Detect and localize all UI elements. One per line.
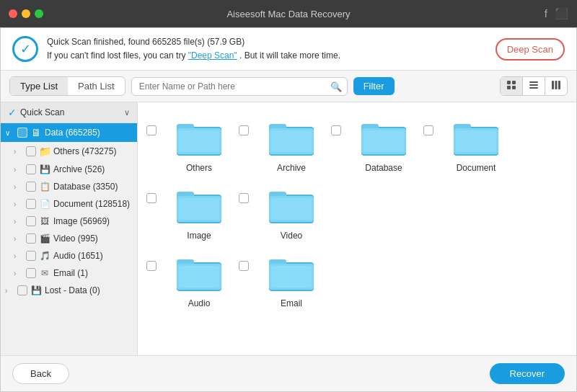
- folder-item-video[interactable]: Video: [252, 179, 331, 246]
- scan-mode-chevron[interactable]: ∨: [124, 108, 130, 117]
- deep-scan-button[interactable]: Deep Scan: [495, 38, 565, 61]
- svg-rect-9: [558, 81, 560, 89]
- expand-arrow-archive[interactable]: ›: [14, 166, 24, 174]
- svg-rect-8: [555, 81, 558, 89]
- sidebar-item-database[interactable]: › 📋 Database (3350): [1, 178, 137, 195]
- expand-arrow-others[interactable]: ›: [14, 148, 24, 156]
- back-button[interactable]: Back: [12, 363, 69, 384]
- folder-icon-database: [360, 120, 408, 159]
- sidebar-item-image[interactable]: › 🖼 Image (56969): [1, 213, 137, 230]
- checkbox-video[interactable]: [26, 233, 36, 244]
- folder-item-database[interactable]: Database: [344, 111, 423, 179]
- expand-arrow-lost[interactable]: ›: [5, 287, 15, 295]
- filter-button[interactable]: Filter: [353, 77, 395, 95]
- expand-arrow-video[interactable]: ›: [14, 235, 24, 243]
- label-video: Video (995): [53, 233, 131, 244]
- sidebar-item-video[interactable]: › 🎬 Video (995): [1, 230, 137, 247]
- titlebar-icons: f ⬛: [545, 7, 568, 20]
- sidebar-item-document[interactable]: › 📄 Document (128518): [1, 195, 137, 213]
- facebook-icon[interactable]: f: [545, 7, 547, 20]
- label-audio: Audio (1651): [53, 251, 131, 261]
- sidebar-item-lost[interactable]: › 💾 Lost - Data (0): [1, 282, 137, 299]
- checkbox-image[interactable]: [26, 216, 36, 226]
- icon-archive: 💾: [38, 164, 51, 174]
- folder-cb-audio[interactable]: [146, 261, 157, 271]
- folder-cb-image[interactable]: [146, 193, 157, 203]
- tab-path-list[interactable]: Path List: [68, 77, 125, 95]
- expand-arrow-audio[interactable]: ›: [14, 252, 24, 260]
- folder-item-email[interactable]: Email: [252, 246, 331, 314]
- folder-item-audio[interactable]: Audio: [159, 246, 239, 314]
- tab-type-list[interactable]: Type List: [10, 77, 68, 95]
- view-column-button[interactable]: [545, 77, 567, 95]
- expand-arrow-image[interactable]: ›: [14, 218, 24, 226]
- column-icon: [551, 80, 561, 90]
- grid-icon: [506, 80, 516, 90]
- checkbox-audio[interactable]: [26, 251, 36, 261]
- folder-cb-others[interactable]: [146, 125, 157, 135]
- svg-rect-37: [179, 266, 219, 288]
- folder-cb-document[interactable]: [423, 125, 433, 135]
- label-database: Database (3350): [53, 182, 131, 192]
- folder-email-wrapper: Email: [239, 246, 331, 314]
- search-icon: 🔍: [330, 81, 342, 92]
- search-box: 🔍: [131, 77, 348, 96]
- app-title: Aiseesoft Mac Data Recovery: [226, 9, 350, 19]
- folder-name-email: Email: [281, 298, 302, 308]
- label-lost: Lost - Data (0): [45, 285, 131, 295]
- folder-name-others: Others: [186, 163, 212, 173]
- view-list-button[interactable]: [523, 77, 545, 95]
- folder-cb-email[interactable]: [239, 261, 249, 271]
- close-button[interactable]: [9, 9, 17, 18]
- status-text: Quick Scan finished, found 665285 file(s…: [47, 37, 245, 47]
- checkbox-data[interactable]: [17, 128, 27, 138]
- info-left: ✓ Quick Scan finished, found 665285 file…: [12, 35, 340, 63]
- tab-group: Type List Path List: [9, 76, 125, 96]
- folder-name-video: Video: [281, 231, 302, 241]
- svg-rect-41: [271, 266, 312, 288]
- expand-arrow-database[interactable]: ›: [14, 183, 24, 191]
- minimize-button[interactable]: [22, 9, 30, 18]
- deep-scan-link[interactable]: "Deep Scan": [188, 50, 237, 61]
- expand-arrow-data[interactable]: ∨: [5, 129, 15, 137]
- checkbox-database[interactable]: [26, 182, 36, 192]
- checkbox-archive[interactable]: [26, 164, 36, 174]
- body-area: ✓ Quick Scan ∨ ∨ 🖥 Data (665285) › 📁 Oth…: [1, 102, 576, 355]
- folder-icon-document: [452, 120, 500, 159]
- folder-item-image[interactable]: Image: [159, 179, 239, 246]
- hint-text: If you can't find lost files, you can tr…: [47, 50, 185, 61]
- expand-arrow-email[interactable]: ›: [14, 270, 24, 277]
- sidebar-item-email[interactable]: › ✉ Email (1): [1, 264, 137, 282]
- folder-icon-image: [175, 187, 223, 226]
- message-icon[interactable]: ⬛: [555, 7, 568, 20]
- expand-arrow-document[interactable]: ›: [14, 200, 24, 208]
- svg-rect-17: [271, 130, 312, 152]
- sidebar-item-audio[interactable]: › 🎵 Audio (1651): [1, 247, 137, 264]
- sidebar-item-others[interactable]: › 📁 Others (473275): [1, 142, 137, 161]
- maximize-button[interactable]: [35, 9, 43, 18]
- recover-button[interactable]: Recover: [490, 363, 565, 384]
- svg-rect-33: [271, 198, 312, 220]
- sidebar-item-archive[interactable]: › 💾 Archive (526): [1, 161, 137, 178]
- folder-item-archive[interactable]: Archive: [252, 111, 331, 179]
- svg-rect-21: [364, 130, 404, 152]
- folder-item-others[interactable]: Others: [159, 111, 239, 179]
- svg-rect-1: [512, 81, 516, 84]
- scan-mode-row: ✓ Quick Scan ∨: [1, 102, 137, 123]
- icon-image: 🖼: [38, 216, 51, 226]
- folder-cb-video[interactable]: [239, 193, 249, 203]
- checkbox-document[interactable]: [26, 199, 36, 209]
- folder-grid-row-2: Audio Email: [146, 246, 568, 314]
- file-grid: Others Archive: [138, 102, 576, 355]
- folder-item-document[interactable]: Document: [436, 111, 516, 179]
- checkbox-email[interactable]: [26, 268, 36, 278]
- folder-icon-audio: [175, 255, 223, 294]
- folder-cb-archive[interactable]: [239, 125, 249, 135]
- folder-cb-database[interactable]: [331, 125, 341, 135]
- folder-icon-email: [268, 255, 315, 294]
- sidebar-item-data[interactable]: ∨ 🖥 Data (665285): [1, 123, 137, 142]
- search-input[interactable]: [131, 77, 348, 96]
- view-grid-button[interactable]: [501, 77, 523, 95]
- checkbox-lost[interactable]: [17, 285, 27, 295]
- checkbox-others[interactable]: [26, 146, 36, 156]
